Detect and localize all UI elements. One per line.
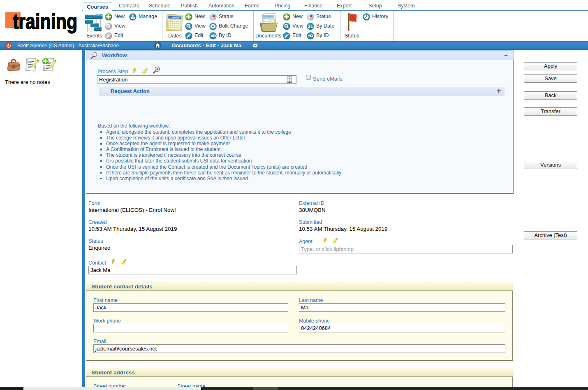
svg-text:Course: Course xyxy=(266,16,271,18)
svg-text:January: January xyxy=(171,16,180,19)
svg-text:31: 31 xyxy=(308,24,313,29)
